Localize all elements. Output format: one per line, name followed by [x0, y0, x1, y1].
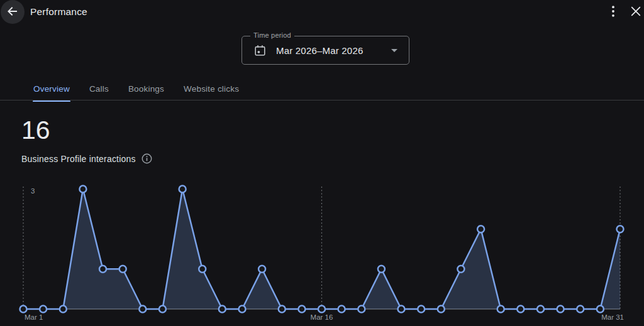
data-point — [537, 306, 544, 313]
data-point — [398, 306, 405, 313]
data-point — [279, 306, 286, 313]
data-point — [40, 306, 47, 313]
time-period-value: Mar 2026–Mar 2026 — [276, 45, 363, 56]
data-point — [179, 186, 186, 193]
tab-label: Website clicks — [184, 84, 239, 94]
metric-label: Business Profile interactions — [21, 154, 136, 164]
tab-website-clicks[interactable]: Website clicks — [183, 79, 240, 102]
kebab-menu-icon — [612, 6, 614, 19]
tab-label: Calls — [89, 84, 109, 94]
data-point — [338, 306, 345, 313]
time-period-label: Time period — [250, 31, 294, 39]
close-icon — [631, 6, 641, 18]
data-point — [517, 306, 524, 313]
data-point — [597, 306, 604, 313]
data-point — [258, 266, 265, 273]
interactions-chart[interactable]: 3Mar 1Mar 16Mar 31 — [0, 176, 644, 326]
tab-bar-divider — [0, 100, 644, 101]
info-icon[interactable] — [142, 153, 152, 164]
dropdown-arrow-icon — [391, 49, 397, 52]
time-period-select[interactable]: Time period Mar 2026–Mar 2026 — [242, 36, 409, 65]
x-tick-label: Mar 31 — [601, 313, 624, 321]
x-tick-label: Mar 16 — [311, 313, 333, 321]
x-tick-label: Mar 1 — [25, 313, 43, 321]
data-point — [497, 306, 504, 313]
page-title: Performance — [30, 6, 87, 18]
data-point — [557, 306, 564, 313]
data-point — [617, 225, 624, 232]
data-point — [139, 306, 146, 313]
tab-calls[interactable]: Calls — [89, 79, 109, 102]
data-point — [298, 306, 305, 313]
tab-bookings[interactable]: Bookings — [128, 79, 165, 102]
data-point — [457, 266, 464, 273]
metric-value: 16 — [21, 116, 50, 145]
back-arrow-icon — [7, 6, 18, 19]
data-point — [79, 186, 86, 193]
data-point — [318, 306, 325, 313]
data-point — [219, 306, 226, 313]
y-axis-label: 3 — [31, 187, 35, 195]
data-point — [60, 306, 67, 313]
data-point — [477, 225, 484, 232]
close-button[interactable] — [627, 3, 644, 21]
data-point — [159, 306, 166, 313]
metric-label-row: Business Profile interactions — [21, 153, 152, 164]
data-point — [378, 266, 385, 273]
data-point — [199, 266, 206, 273]
data-point — [239, 306, 246, 313]
tab-bar: Overview Calls Bookings Website clicks — [33, 79, 240, 102]
tab-label: Bookings — [128, 84, 164, 94]
data-point — [119, 266, 126, 273]
more-options-button[interactable] — [604, 3, 622, 21]
tab-label: Overview — [33, 84, 70, 94]
back-button[interactable] — [1, 0, 25, 24]
data-point — [577, 306, 584, 313]
data-point — [418, 306, 425, 313]
data-point — [99, 266, 106, 273]
calendar-icon — [254, 45, 266, 57]
data-point — [438, 306, 445, 313]
data-point — [358, 306, 365, 313]
data-point — [20, 306, 27, 313]
tab-overview[interactable]: Overview — [33, 79, 70, 102]
